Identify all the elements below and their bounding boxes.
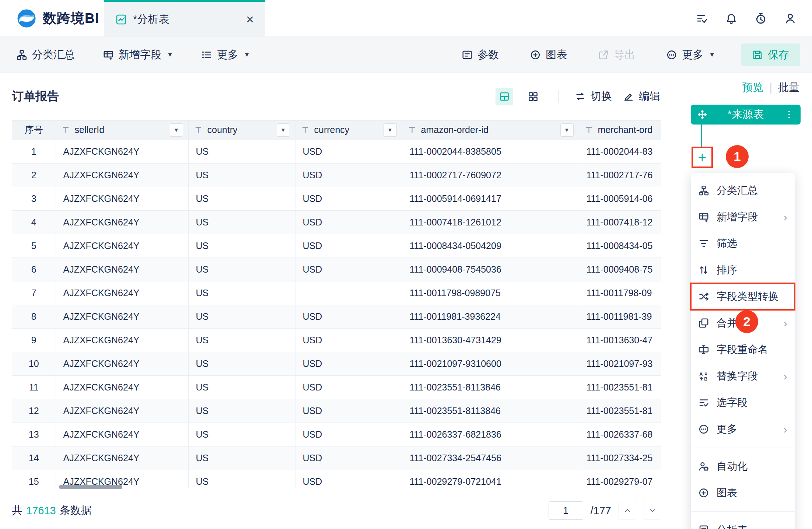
app-logo[interactable]: 数跨境BI	[16, 0, 99, 37]
table-cell[interactable]: USD	[295, 399, 402, 423]
table-cell[interactable]	[295, 281, 402, 305]
split-view-button[interactable]	[496, 88, 513, 105]
table-cell[interactable]: 111-0021097-9310600	[402, 352, 579, 375]
row-index-cell[interactable]: 6	[12, 258, 56, 281]
menu-item-replace-field[interactable]: AB替换字段›	[691, 363, 795, 389]
column-header-merchant-order-id[interactable]: merchant-ord▼	[579, 120, 661, 140]
user-icon[interactable]	[784, 12, 797, 25]
table-cell[interactable]: US	[188, 163, 295, 187]
save-button[interactable]: 保存	[741, 43, 800, 66]
row-index-cell[interactable]: 3	[12, 187, 56, 210]
table-cell[interactable]: AJZXFCKGN624Y	[56, 352, 188, 375]
table-cell[interactable]: 111-0029279-0721041	[402, 470, 579, 488]
row-index-cell[interactable]: 4	[12, 210, 56, 234]
table-cell[interactable]: AJZXFCKGN624Y	[56, 140, 188, 163]
page-down-button[interactable]	[644, 502, 661, 519]
add-step-button[interactable]: +	[692, 147, 713, 168]
table-cell[interactable]: 111-0009408-7545036	[402, 258, 579, 281]
table-cell[interactable]: 111-0026337-68	[579, 423, 661, 446]
menu-item-chart[interactable]: 图表	[691, 480, 795, 506]
table-cell[interactable]: 111-0005914-06	[579, 187, 661, 210]
table-cell[interactable]: US	[188, 470, 295, 488]
row-index-cell[interactable]: 15	[12, 470, 56, 488]
kebab-menu-icon[interactable]	[784, 109, 795, 120]
table-cell[interactable]: 111-0011798-09	[579, 281, 661, 305]
table-cell[interactable]: US	[188, 446, 295, 470]
column-dropdown-caret[interactable]: ▼	[277, 123, 290, 137]
table-cell[interactable]: US	[188, 352, 295, 375]
column-header-seller-id[interactable]: sellerId▼	[56, 120, 188, 140]
table-cell[interactable]: US	[188, 375, 295, 399]
table-cell[interactable]: 111-0021097-93	[579, 352, 661, 375]
row-index-cell[interactable]: 12	[12, 399, 56, 423]
source-table-node[interactable]: *来源表	[691, 105, 801, 125]
table-cell[interactable]: AJZXFCKGN624Y	[56, 163, 188, 187]
table-cell[interactable]: US	[188, 234, 295, 258]
table-cell[interactable]: 111-0013630-47	[579, 328, 661, 352]
table-cell[interactable]: USD	[295, 328, 402, 352]
table-cell[interactable]: AJZXFCKGN624Y	[56, 375, 188, 399]
column-dropdown-caret[interactable]: ▼	[384, 123, 397, 137]
column-dropdown-caret[interactable]: ▼	[170, 123, 183, 137]
table-cell[interactable]: 111-0011981-3936224	[402, 305, 579, 328]
table-cell[interactable]: US	[188, 399, 295, 423]
tab-analysis-sheet[interactable]: *分析表 ×	[104, 0, 265, 37]
table-cell[interactable]: 111-0007418-1261012	[402, 210, 579, 234]
table-cell[interactable]: US	[188, 258, 295, 281]
table-cell[interactable]: USD	[295, 423, 402, 446]
row-index-cell[interactable]: 7	[12, 281, 56, 305]
grid-view-button[interactable]	[524, 88, 542, 105]
table-cell[interactable]: 111-0023551-81	[579, 399, 661, 423]
row-index-cell[interactable]: 10	[12, 352, 56, 375]
menu-item-analysis-table[interactable]: 分析表	[691, 517, 795, 529]
table-cell[interactable]: USD	[295, 187, 402, 210]
menu-item-group-summary[interactable]: 分类汇总	[691, 177, 795, 204]
column-dropdown-caret[interactable]: ▼	[560, 123, 574, 137]
table-cell[interactable]: AJZXFCKGN624Y	[56, 258, 188, 281]
params-button[interactable]: 参数	[462, 48, 499, 62]
page-number-input[interactable]	[549, 501, 583, 520]
row-index-cell[interactable]: 1	[12, 140, 56, 163]
table-cell[interactable]: 111-0011798-0989075	[402, 281, 579, 305]
table-cell[interactable]: 111-0023551-81	[579, 375, 661, 399]
table-cell[interactable]: US	[188, 187, 295, 210]
more-left-button[interactable]: 更多 ▼	[201, 48, 250, 62]
chart-button[interactable]: 图表	[530, 48, 567, 62]
horizontal-scrollbar[interactable]	[59, 485, 122, 489]
edit-button[interactable]: 编辑	[623, 89, 660, 104]
menu-item-filter[interactable]: 筛选	[691, 230, 795, 257]
table-cell[interactable]: 111-0029279-07	[579, 470, 661, 488]
table-cell[interactable]: 111-0023551-8113846	[402, 375, 579, 399]
table-cell[interactable]: US	[188, 281, 295, 305]
table-cell[interactable]: AJZXFCKGN624Y	[56, 210, 188, 234]
table-cell[interactable]: 111-0002044-8385805	[402, 140, 579, 163]
menu-item-automation[interactable]: 自动化	[691, 453, 795, 480]
close-icon[interactable]: ×	[246, 13, 254, 26]
table-cell[interactable]: AJZXFCKGN624Y	[56, 399, 188, 423]
table-cell[interactable]: 111-0009408-75	[579, 258, 661, 281]
table-cell[interactable]: USD	[295, 375, 402, 399]
table-cell[interactable]: 111-0008434-05	[579, 234, 661, 258]
group-summary-button[interactable]: 分类汇总	[16, 48, 75, 62]
table-cell[interactable]: AJZXFCKGN624Y	[56, 305, 188, 328]
table-cell[interactable]: 111-0002044-83	[579, 140, 661, 163]
row-index-cell[interactable]: 14	[12, 446, 56, 470]
table-cell[interactable]: 111-0013630-4731429	[402, 328, 579, 352]
menu-item-more[interactable]: 更多›	[691, 416, 795, 442]
switch-button[interactable]: 切换	[575, 89, 612, 104]
preview-tab[interactable]: 预览	[742, 80, 763, 95]
table-cell[interactable]: AJZXFCKGN624Y	[56, 281, 188, 305]
table-cell[interactable]: 111-0026337-6821836	[402, 423, 579, 446]
row-index-cell[interactable]: 11	[12, 375, 56, 399]
table-cell[interactable]: US	[188, 423, 295, 446]
table-cell[interactable]: USD	[295, 446, 402, 470]
table-cell[interactable]: US	[188, 210, 295, 234]
table-cell[interactable]: 111-0008434-0504209	[402, 234, 579, 258]
table-cell[interactable]: USD	[295, 234, 402, 258]
table-cell[interactable]: 111-0027334-2547456	[402, 446, 579, 470]
add-field-button[interactable]: 新增字段 ▼	[103, 48, 173, 62]
bell-icon[interactable]	[725, 12, 738, 25]
more-right-button[interactable]: 更多 ▼	[666, 48, 715, 62]
batch-tab[interactable]: 批量	[778, 80, 799, 95]
column-header-currency[interactable]: currency▼	[295, 120, 402, 140]
